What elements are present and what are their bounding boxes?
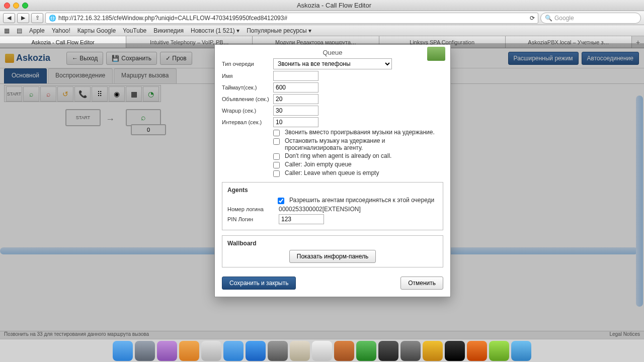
dock-app-icon[interactable] [334,341,354,361]
login-num-value: 0000253300002[EXTENSION] [279,206,361,213]
agents-title: Agents [227,187,438,194]
queue-type-select[interactable]: Звонить на все телефоны [273,58,392,69]
modal-title: Queue [222,49,443,56]
check-label: Caller: Join empty queue [285,161,352,168]
dock-app-icon[interactable] [246,341,266,361]
bookmark-item[interactable]: Википедия [153,27,184,34]
pin-input[interactable] [279,214,324,224]
no-ring-busy-check[interactable] [273,153,280,160]
announce-input[interactable] [273,94,318,104]
dock-app-icon[interactable] [290,341,310,361]
minimize-icon[interactable] [13,3,19,9]
dock-finder-icon[interactable] [113,341,133,361]
name-label: Имя [222,73,273,79]
dock-app-icon[interactable] [489,341,509,361]
bookmarks-menu-icon[interactable]: ▦ [4,27,10,34]
wallboard-title: Wallboard [227,240,438,247]
check-label: Разрешить агентам присоединяться к этой … [289,197,434,204]
reading-list-icon[interactable]: ▤ [17,27,22,34]
traffic-lights [4,3,28,9]
dock-app-icon[interactable] [157,341,177,361]
dock-app-icon[interactable] [356,341,376,361]
leave-empty-check[interactable] [273,170,280,177]
bookmark-item[interactable]: Новости (1 521) ▾ [191,27,239,34]
bookmarks-bar: ▦ ▤ Apple Yahoo! Карты Google YouTube Ви… [0,25,644,36]
close-icon[interactable] [4,3,10,9]
announce-label: Объявление (сек.) [222,96,273,102]
dock-app-icon[interactable] [423,341,443,361]
join-empty-check[interactable] [273,162,280,168]
back-button[interactable]: ◀ [3,13,15,23]
search-icon: 🔍 [545,15,552,22]
queue-type-label: Тип очереди [222,61,273,67]
dock-app-icon[interactable] [312,341,332,361]
dock-app-icon[interactable] [467,341,487,361]
dock-app-icon[interactable] [378,341,398,361]
url-bar[interactable]: 🌐 http://172.16.32.185/cfeWindow.php?uni… [45,13,538,24]
allow-agents-check[interactable] [278,198,284,204]
cancel-button[interactable]: Отменить [400,277,443,290]
globe-icon: 🌐 [49,15,56,22]
dock-app-icon[interactable] [400,341,421,361]
check-label: Звонить вместо проигрывания музыки на уд… [285,129,435,136]
bookmark-item[interactable]: Карты Google [77,27,116,34]
wrapup-label: Wrapup (сек.) [222,108,273,114]
save-close-button[interactable]: Сохранить и закрыть [222,277,296,290]
bookmark-item[interactable]: Популярные ресурсы ▾ [247,27,311,34]
browser-toolbar: ◀ ▶ ⇪ 🌐 http://172.16.32.185/cfeWindow.p… [0,11,644,25]
search-placeholder: Google [554,15,574,22]
stop-moh-check[interactable] [273,138,280,145]
pin-label: PIN Логин [227,216,279,222]
zoom-icon[interactable] [22,3,28,9]
check-label: Caller: Leave when queue is empty [285,169,379,176]
forward-button[interactable]: ▶ [17,13,29,23]
wrapup-input[interactable] [273,106,318,116]
timeout-label: Таймаут(сек.) [222,84,273,90]
dock-safari-icon[interactable] [223,341,244,361]
dock-app-icon[interactable] [511,341,531,361]
interval-label: Интервал (сек.) [222,119,273,125]
check-label: Остановить музыку на удержание и просигн… [285,137,443,151]
dock-app-icon[interactable] [179,341,199,361]
macos-dock [0,339,644,362]
queue-modal: Queue Тип очереди Звонить на все телефон… [214,44,451,297]
timeout-input[interactable] [273,82,318,93]
window-title: Askozia - Call Flow Editor [28,2,640,9]
dock-mail-icon[interactable] [201,341,221,361]
bookmark-item[interactable]: Apple [29,27,45,34]
interval-input[interactable] [273,117,318,127]
name-input[interactable] [273,71,318,81]
dock-app-icon[interactable] [135,341,155,361]
reload-icon[interactable]: ⟳ [530,15,535,22]
share-button[interactable]: ⇪ [31,13,43,23]
show-wallboard-button[interactable]: Показать информ-панель [289,250,376,263]
wallboard-fieldset: Wallboard Показать информ-панель [222,235,443,267]
url-text: http://172.16.32.185/cfeWindow.php?uniqi… [58,15,287,22]
agents-fieldset: Agents Разрешить агентам присоединяться … [222,182,443,230]
bookmark-item[interactable]: YouTube [123,27,146,34]
dock-app-icon[interactable] [445,341,465,361]
ring-instead-check[interactable] [273,130,280,136]
bookmark-item[interactable]: Yahoo! [52,27,70,34]
dock-app-icon[interactable] [268,341,288,361]
search-input[interactable]: 🔍 Google [540,13,641,24]
check-label: Don't ring when agent is already on call… [285,152,391,159]
queue-icon [427,47,445,61]
login-num-label: Номер логина [227,206,279,212]
window-titlebar: Askozia - Call Flow Editor [0,0,644,11]
